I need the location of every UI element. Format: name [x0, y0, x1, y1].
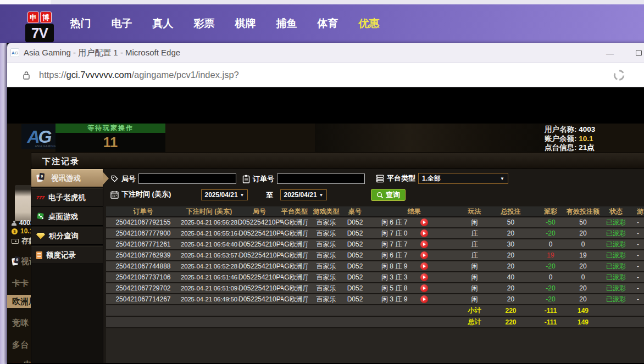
cell-game-type: 百家乐 — [308, 261, 344, 271]
money-icon — [12, 228, 18, 234]
cell-round-number: GD052254210PQ — [238, 272, 281, 282]
cell-total-bet: 20 — [487, 228, 535, 238]
platform-select[interactable]: 1.全部 ▼ — [418, 173, 508, 184]
platform-label: 平台类型 — [387, 173, 415, 183]
cell-platform: AG欧洲厅 — [281, 250, 308, 260]
cell-game-type: 百家乐 — [308, 272, 344, 282]
document-icon — [36, 251, 42, 259]
bet-time-filter: 下注时间 (美东) — [110, 189, 171, 199]
diamond-icon — [36, 233, 45, 239]
cell-bet-time: 2025-04-21 06:51:46 — [180, 272, 238, 282]
nav-item[interactable]: 真人 — [142, 16, 184, 31]
cell-result: 闲 6 庄 7 — [366, 217, 462, 227]
round-input[interactable] — [138, 173, 236, 184]
countdown: 11 — [55, 133, 165, 152]
sidebar-item-points-query[interactable]: 积分查询 — [31, 227, 103, 245]
url-bar[interactable]: https://gci.7vvvvvv.com/agingame/pcv1/in… — [7, 63, 644, 87]
cell-payout: -20 — [535, 261, 567, 271]
person-icon — [12, 221, 16, 226]
cell-table-number: D052 — [344, 250, 366, 260]
replay-play-button[interactable] — [420, 251, 428, 259]
status-badge: 已派彩 — [599, 239, 632, 249]
edge-window: AG Asia Gaming - 用户配置 1 - Microsoft Edge… — [7, 43, 644, 364]
cell-table-number: D052 — [344, 217, 366, 227]
platform-list-icon — [376, 175, 384, 183]
nav-item[interactable]: 棋牌 — [225, 16, 266, 31]
user-info-line: 用户名称: 4003 — [545, 125, 644, 135]
site-nav: 热门电子真人彩票棋牌捕鱼体育优惠 — [60, 16, 390, 31]
bets-table: 订单号下注时间 (美东)局号平台类型游戏类型桌号结果玩法总投注派彩有效投注额状态… — [106, 206, 644, 328]
replay-play-button[interactable] — [420, 295, 428, 303]
status-badge: 已派彩 — [599, 294, 632, 304]
logo-badges: 申 博 — [27, 12, 52, 23]
sidebar-item-slot-machines[interactable]: 电子老虎机 — [31, 188, 103, 206]
table-row: 250421067762939 2025-04-21 06:53:57 GD05… — [106, 250, 644, 261]
wait-banner: 等待玩家操作 — [55, 124, 165, 133]
nav-item[interactable]: 捕鱼 — [266, 16, 307, 31]
total-valid: 149 — [567, 317, 599, 327]
cell-bet-time: 2025-04-21 06:49:50 — [180, 294, 238, 304]
date-to-select[interactable]: 2025/04/21 ▼ — [280, 189, 327, 200]
nav-item[interactable]: 体育 — [307, 16, 348, 31]
table-row: 250421067744888 2025-04-21 06:52:28 GD05… — [106, 261, 644, 272]
nav-item[interactable]: 彩票 — [184, 16, 225, 31]
browser-tab[interactable] — [0, 0, 51, 4]
table-row: 250421067771261 2025-04-21 06:54:40 GD05… — [106, 239, 644, 250]
sidebar-item-table-games[interactable]: 桌面游戏 — [31, 208, 103, 226]
cell-game-type: 百家乐 — [308, 217, 344, 227]
replay-play-button[interactable] — [420, 219, 428, 226]
lock-icon[interactable] — [23, 70, 30, 80]
cell-payout: 19 — [535, 250, 567, 260]
sidebar-item-quota-records[interactable]: 额度记录 — [31, 246, 103, 264]
cell-total-bet: 40 — [487, 272, 535, 282]
cell-game-type: 百家乐 — [308, 283, 344, 293]
cell-result: 闲 3 庄 9 — [366, 294, 462, 304]
replay-play-button[interactable] — [420, 229, 428, 237]
cell-valid-bet: 0 — [567, 272, 599, 282]
logo-badge-bo: 博 — [40, 12, 52, 23]
ag-favicon: AG — [10, 48, 19, 57]
cell-game-type: 百家乐 — [308, 250, 344, 260]
url-text: https://gci.7vvvvvv.com/agingame/pcv1/in… — [39, 70, 239, 80]
sidebar-item-video-games[interactable]: 视讯游戏 — [31, 169, 103, 187]
maximize-button[interactable] — [629, 43, 644, 63]
cell-bet-time: 2025-04-21 06:51:09 — [180, 283, 238, 293]
replay-play-button[interactable] — [420, 262, 428, 270]
cards-icon — [12, 257, 18, 265]
replay-play-button[interactable] — [420, 240, 428, 248]
table-header-row: 订单号下注时间 (美东)局号平台类型游戏类型桌号结果玩法总投注派彩有效投注额状态… — [106, 206, 644, 217]
chevron-down-icon: ▼ — [319, 193, 324, 198]
refresh-icon[interactable] — [613, 69, 625, 81]
replay-play-button[interactable] — [420, 273, 428, 281]
user-info-line: 账户余额: 10.1 — [545, 135, 644, 144]
cell-payout: 0 — [535, 239, 567, 249]
date-from-select[interactable]: 2025/04/21 ▼ — [201, 189, 248, 200]
table-row: 250421067737106 2025-04-21 06:51:46 GD05… — [106, 272, 644, 283]
cell-game-extra: - — [632, 217, 644, 227]
cell-order-number: 250421067737106 — [106, 272, 180, 282]
order-input[interactable] — [277, 173, 365, 184]
cell-play-method: 庄 — [462, 250, 487, 260]
nav-item[interactable]: 热门 — [60, 16, 101, 31]
cell-platform: AG欧洲厅 — [281, 217, 308, 227]
slots-777-icon — [36, 195, 45, 200]
cell-table-number: D052 — [344, 283, 366, 293]
cell-result: 闲 3 庄 3 — [366, 272, 462, 282]
maximize-icon — [636, 50, 642, 56]
nav-item[interactable]: 电子 — [101, 16, 142, 31]
cell-game-extra: - — [632, 250, 644, 260]
minimize-button[interactable]: — — [600, 43, 620, 63]
cell-platform: AG欧洲厅 — [281, 294, 308, 304]
cell-round-number: GD052254210PN — [238, 294, 281, 304]
cell-game-extra: - — [632, 272, 644, 282]
replay-play-button[interactable] — [420, 284, 428, 292]
table-row: 250421067729702 2025-04-21 06:51:09 GD05… — [106, 283, 644, 294]
cell-total-bet: 20 — [487, 261, 535, 271]
search-button[interactable]: 查询 — [371, 189, 406, 201]
player-balance-row: 10.1 — [12, 227, 33, 235]
total-bet: 220 — [487, 317, 535, 327]
cell-valid-bet: 20 — [567, 294, 599, 304]
nav-item[interactable]: 优惠 — [348, 16, 390, 31]
cell-play-method: 闲 — [462, 283, 487, 293]
status-badge: 已派彩 — [599, 283, 632, 293]
